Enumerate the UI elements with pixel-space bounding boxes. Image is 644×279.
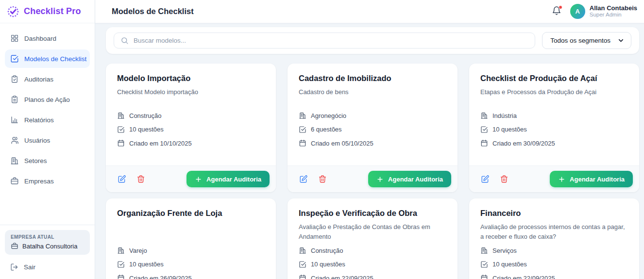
card-body: Inspeção e Verificação de ObraAvaliação … [288, 198, 458, 279]
sidebar-item-label: Usuários [24, 137, 50, 144]
card-meta-created: Criado em 10/10/2025 [117, 139, 265, 147]
sidebar-item-planos-de-a-o[interactable]: Planos de Ação [5, 90, 90, 109]
card-meta-list: Varejo10 questõesCriado em 26/09/2025 [117, 246, 265, 279]
calendar-icon [117, 139, 125, 147]
segment-filter-select[interactable]: Todos os segmentos [542, 32, 631, 49]
page-title: Modelos de Checklist [112, 7, 194, 16]
sidebar-item-label: Planos de Ação [24, 96, 70, 103]
model-card: Cadastro de ImobilizadoCadastro de bensA… [288, 64, 458, 192]
top-header: Modelos de Checklist A Allan Contabeis S… [95, 0, 644, 23]
card-meta-questions: 10 questões [480, 261, 628, 268]
card-footer: Agendar Auditoria [288, 165, 458, 192]
card-title: Financeiro [480, 209, 628, 218]
card-meta-list: Construção10 questõesCriado em 22/09/202… [299, 246, 446, 279]
check-square-icon [10, 54, 19, 63]
card-meta-questions: 10 questões [117, 126, 265, 133]
schedule-audit-label: Agendar Auditoria [206, 176, 261, 183]
calendar-icon [480, 274, 488, 279]
plus-icon [558, 176, 565, 183]
card-meta-questions: 10 questões [117, 261, 265, 268]
card-body: Modelo ImportaçãoChecklist Modelo import… [106, 64, 276, 165]
briefcase-icon [11, 242, 18, 250]
schedule-audit-button[interactable]: Agendar Auditoria [186, 171, 270, 187]
users-icon [10, 136, 19, 145]
logout-label: Sair [24, 263, 35, 271]
card-body: Cadastro de ImobilizadoCadastro de bensA… [288, 64, 458, 165]
calendar-icon [117, 274, 125, 279]
edit-button[interactable] [116, 173, 128, 185]
trash-icon [318, 175, 327, 183]
delete-button[interactable] [135, 173, 147, 185]
edit-icon [118, 175, 126, 183]
delete-button[interactable] [317, 173, 328, 185]
check-square-icon [117, 261, 125, 268]
brand-name: Checklist Pro [24, 6, 81, 16]
card-description: Avaliação e Prestação de Contas de Obras… [299, 222, 446, 246]
sidebar-item-auditorias[interactable]: Auditorias [5, 70, 90, 88]
edit-icon [299, 175, 308, 183]
card-meta-questions: 6 questões [299, 126, 446, 133]
sidebar-item-relat-rios[interactable]: Relatórios [5, 111, 90, 129]
card-meta-questions: 10 questões [299, 261, 446, 268]
user-role: Super Admin [590, 12, 637, 18]
card-body: Checklist de Produção de AçaíEtapas e Pr… [469, 64, 639, 165]
sidebar-item-modelos-de-checklist[interactable]: Modelos de Checklist [5, 49, 90, 68]
edit-button[interactable] [479, 173, 491, 185]
card-description: Avaliação de processos internos de conta… [480, 222, 628, 246]
card-title: Organização Frente de Loja [117, 209, 265, 218]
sidebar-item-label: Setores [24, 157, 47, 164]
card-meta-list: Indústria10 questõesCriado em 30/09/2025 [480, 112, 628, 147]
segment-filter-value: Todos os segmentos [550, 37, 610, 44]
logout-button[interactable]: Sair [5, 259, 90, 275]
sidebar-item-setores[interactable]: Setores [5, 151, 90, 170]
search-box [114, 33, 535, 49]
model-card: FinanceiroAvaliação de processos interno… [469, 198, 639, 279]
card-description [117, 222, 265, 246]
notification-badge [559, 5, 562, 9]
plus-icon [376, 176, 384, 183]
card-meta-list: Construção10 questõesCriado em 10/10/202… [117, 112, 265, 147]
model-card: Checklist de Produção de AçaíEtapas e Pr… [469, 64, 639, 192]
edit-icon [481, 175, 490, 183]
check-square-icon [299, 126, 306, 133]
card-meta-created: Criado em 05/10/2025 [299, 139, 446, 147]
schedule-audit-label: Agendar Auditoria [388, 176, 443, 183]
main-area: Modelos de Checklist A Allan Contabeis S… [95, 0, 644, 279]
model-card: Organização Frente de LojaVarejo10 quest… [106, 198, 276, 279]
schedule-audit-button[interactable]: Agendar Auditoria [368, 171, 451, 187]
check-square-icon [480, 126, 488, 133]
sidebar-item-dashboard[interactable]: Dashboard [5, 29, 90, 48]
search-icon [120, 36, 129, 45]
briefcase-icon [10, 177, 19, 185]
building-icon [10, 156, 19, 165]
sidebar-nav: DashboardModelos de ChecklistAuditoriasP… [0, 23, 95, 190]
card-meta-segment: Varejo [117, 246, 265, 254]
sidebar-item-usu-rios[interactable]: Usuários [5, 131, 90, 149]
model-cards-grid: Modelo ImportaçãoChecklist Modelo import… [106, 64, 639, 279]
card-meta-segment: Agronegócio [299, 112, 446, 119]
sidebar-bottom: EMPRESA ATUAL Batalha Consultoria Sair [0, 225, 95, 279]
toolbar: Todos os segmentos [106, 27, 639, 54]
card-meta-created: Criado em 22/09/2025 [480, 274, 628, 279]
trash-icon [136, 175, 145, 183]
card-description: Cadastro de bens [299, 87, 446, 112]
search-input[interactable] [134, 37, 528, 44]
calendar-icon [299, 139, 306, 147]
sidebar-item-label: Empresas [24, 178, 54, 185]
card-meta-created: Criado em 26/09/2025 [117, 274, 265, 279]
delete-button[interactable] [498, 173, 510, 185]
card-footer: Agendar Auditoria [106, 165, 276, 192]
schedule-audit-label: Agendar Auditoria [570, 176, 625, 183]
notifications-button[interactable] [551, 5, 562, 18]
building-icon [117, 112, 125, 119]
check-square-icon [117, 126, 125, 133]
card-body: FinanceiroAvaliação de processos interno… [469, 198, 639, 279]
user-menu[interactable]: A Allan Contabeis Super Admin [570, 4, 637, 19]
card-meta-segment: Construção [299, 246, 446, 254]
schedule-audit-button[interactable]: Agendar Auditoria [550, 171, 633, 187]
content: Todos os segmentos Modelo ImportaçãoChec… [95, 23, 644, 279]
building-icon [480, 112, 488, 119]
building-icon [117, 246, 125, 254]
edit-button[interactable] [298, 173, 309, 185]
sidebar-item-empresas[interactable]: Empresas [5, 172, 90, 190]
